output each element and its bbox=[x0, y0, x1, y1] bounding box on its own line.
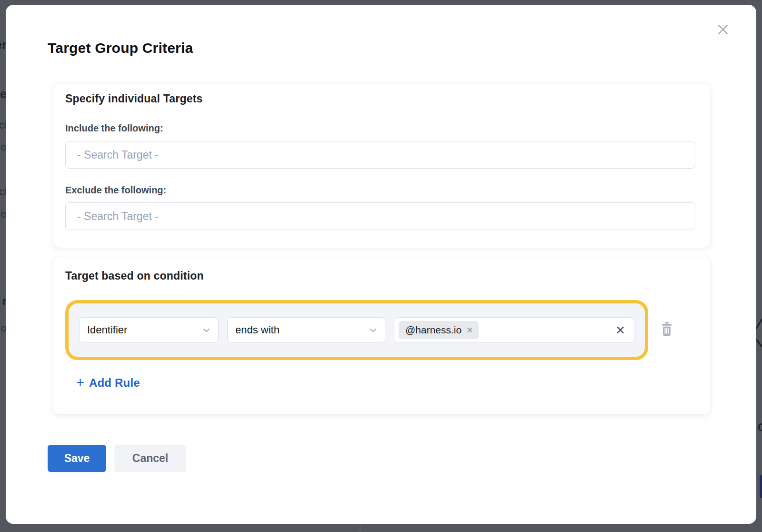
operator-select-value: ends with bbox=[235, 324, 280, 336]
individual-targets-card: Specify individual Targets Include the f… bbox=[53, 84, 710, 248]
plus-icon: + bbox=[76, 376, 84, 390]
chevron-down-icon bbox=[369, 326, 377, 334]
cancel-button[interactable]: Cancel bbox=[114, 445, 186, 472]
attribute-select-value: Identifier bbox=[87, 324, 127, 336]
close-icon bbox=[716, 23, 730, 36]
modal-title: Target Group Criteria bbox=[48, 40, 193, 56]
close-button[interactable] bbox=[712, 19, 733, 40]
condition-rule-row: Identifier ends with @harness.io ✕ ✕ bbox=[65, 300, 648, 360]
clear-values-icon[interactable]: ✕ bbox=[614, 324, 626, 336]
exclude-label: Exclude the following: bbox=[65, 185, 166, 196]
target-group-criteria-modal: Target Group Criteria Specify individual… bbox=[6, 5, 756, 524]
backdrop-text-fragment: o bbox=[757, 418, 762, 434]
individual-targets-heading: Specify individual Targets bbox=[65, 92, 203, 105]
backdrop-seam bbox=[360, 524, 361, 532]
add-rule-button[interactable]: + Add Rule bbox=[76, 376, 140, 390]
chip-remove-icon[interactable]: ✕ bbox=[466, 326, 473, 334]
trash-icon bbox=[660, 321, 674, 336]
attribute-select[interactable]: Identifier bbox=[79, 317, 219, 343]
condition-heading: Target based on condition bbox=[65, 270, 204, 282]
condition-card: Target based on condition Identifier end… bbox=[53, 257, 710, 414]
value-chip: @harness.io ✕ bbox=[399, 321, 479, 339]
save-button[interactable]: Save bbox=[48, 445, 106, 472]
delete-rule-button[interactable] bbox=[657, 319, 676, 338]
add-rule-label: Add Rule bbox=[89, 376, 140, 390]
include-target-search-input[interactable] bbox=[65, 141, 695, 169]
include-label: Include the following: bbox=[65, 123, 163, 134]
values-multiselect[interactable]: @harness.io ✕ ✕ bbox=[394, 317, 634, 343]
chevron-down-icon bbox=[202, 326, 211, 334]
exclude-target-search-input[interactable] bbox=[65, 202, 695, 230]
operator-select[interactable]: ends with bbox=[227, 317, 385, 343]
value-chip-label: @harness.io bbox=[405, 324, 461, 336]
backdrop-accent-fragment bbox=[760, 475, 762, 498]
